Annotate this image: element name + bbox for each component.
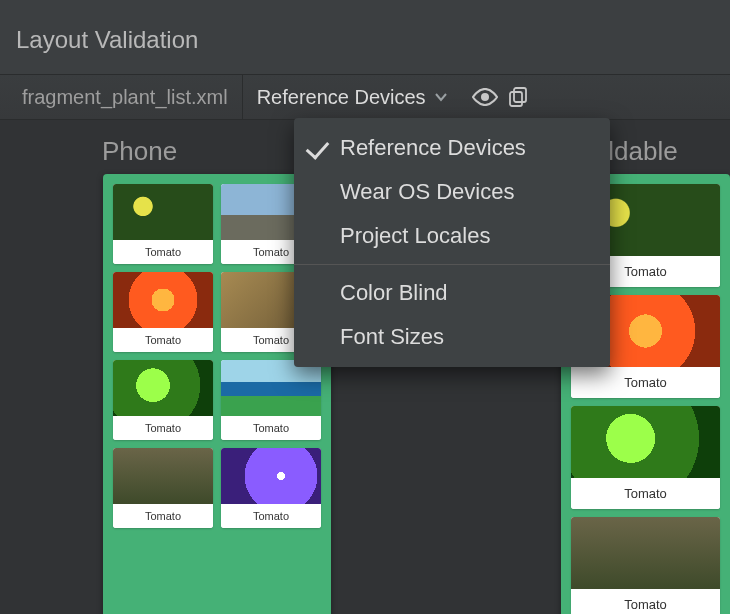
chevron-down-icon (434, 90, 448, 104)
list-item: Tomato (221, 360, 321, 440)
thumb (113, 272, 213, 328)
svg-rect-1 (514, 88, 526, 102)
caption: Tomato (571, 367, 720, 398)
popup-item-color-blind[interactable]: Color Blind (294, 271, 610, 315)
popup-item-reference-devices[interactable]: Reference Devices (294, 126, 610, 170)
thumb (113, 448, 213, 504)
toolbar: fragment_plant_list.xml Reference Device… (0, 74, 730, 120)
caption: Tomato (571, 589, 720, 614)
popup-item-wear-os[interactable]: Wear OS Devices (294, 170, 610, 214)
thumb (221, 448, 321, 504)
list-item: Tomato (571, 517, 720, 614)
workspace: Phone Foldable Tomato Tomato Tomato Toma… (0, 120, 730, 614)
caption: Tomato (113, 240, 213, 264)
thumb (113, 184, 213, 240)
copy-icon[interactable] (508, 86, 530, 108)
popup-divider (294, 264, 610, 265)
device-set-dropdown-label: Reference Devices (257, 86, 426, 109)
visibility-icon[interactable] (472, 88, 498, 106)
list-item: Tomato (221, 448, 321, 528)
list-item: Tomato (113, 272, 213, 352)
thumb (571, 517, 720, 589)
thumb (571, 406, 720, 478)
list-item: Tomato (113, 184, 213, 264)
list-item: Tomato (571, 406, 720, 509)
caption: Tomato (221, 416, 321, 440)
caption: Tomato (113, 504, 213, 528)
caption: Tomato (113, 328, 213, 352)
list-item: Tomato (113, 448, 213, 528)
file-tab[interactable]: fragment_plant_list.xml (8, 75, 243, 119)
thumb (221, 360, 321, 416)
svg-point-0 (481, 93, 489, 101)
thumb (113, 360, 213, 416)
caption: Tomato (221, 504, 321, 528)
popup-item-font-sizes[interactable]: Font Sizes (294, 315, 610, 359)
device-set-popup: Reference Devices Wear OS Devices Projec… (294, 118, 610, 367)
caption: Tomato (113, 416, 213, 440)
panel-title: Layout Validation (0, 0, 730, 74)
device-set-dropdown[interactable]: Reference Devices (243, 75, 462, 119)
list-item: Tomato (113, 360, 213, 440)
device-label-phone: Phone (102, 136, 177, 167)
caption: Tomato (571, 478, 720, 509)
svg-rect-2 (510, 92, 522, 106)
popup-item-project-locales[interactable]: Project Locales (294, 214, 610, 258)
